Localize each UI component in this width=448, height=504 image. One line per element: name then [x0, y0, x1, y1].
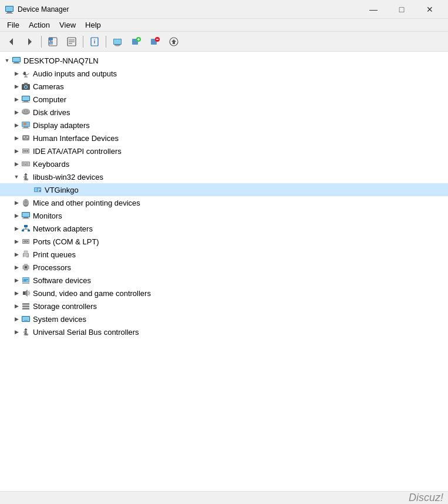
tree-item-disk[interactable]: ▶ Disk drives [0, 106, 448, 119]
tree-item-processors[interactable]: ▶ Processors [0, 261, 448, 274]
svg-rect-113 [25, 266, 27, 268]
svg-rect-94 [28, 230, 30, 231]
storage-expander[interactable]: ▶ [12, 301, 21, 311]
minimize-button[interactable]: — [360, 1, 387, 18]
tree-item-display[interactable]: ▶ Display adapters [0, 119, 448, 132]
tree-item-cameras[interactable]: ▶ Cameras [0, 80, 448, 93]
keyboards-expander[interactable]: ▶ [12, 159, 21, 169]
print-expander[interactable]: ▶ [12, 250, 21, 259]
usb-controllers-label: Universal Serial Bus controllers [33, 328, 139, 337]
ports-label: Ports (COM & LPT) [33, 237, 99, 246]
libusb-expander[interactable]: ▼ [12, 172, 21, 182]
computer-icon [12, 56, 21, 65]
menu-file[interactable]: File [2, 19, 24, 31]
svg-rect-6 [49, 38, 53, 41]
tree-view-button[interactable] [44, 33, 62, 50]
toolbar: i [0, 32, 448, 52]
forward-button[interactable] [21, 33, 39, 50]
sound-label: Sound, video and game controllers [33, 289, 151, 298]
display-expander[interactable]: ▶ [12, 120, 21, 130]
back-button[interactable] [2, 33, 20, 50]
svg-rect-57 [25, 139, 27, 139]
tree-item-print[interactable]: ▶ Print queues [0, 248, 448, 261]
svg-rect-19 [116, 45, 119, 46]
window-controls: — □ ✕ [360, 1, 443, 18]
cameras-expander[interactable]: ▶ [12, 82, 21, 91]
svg-rect-93 [22, 230, 24, 231]
camera-icon [21, 82, 31, 91]
software-expander[interactable]: ▶ [12, 275, 21, 285]
maximize-button[interactable]: □ [388, 1, 415, 18]
svg-marker-142 [24, 328, 28, 330]
tree-root[interactable]: ▼ DESKTOP-NNAQ7LN [0, 54, 448, 67]
tree-item-storage[interactable]: ▶ Storage controllers [0, 300, 448, 313]
print-label: Print queues [33, 250, 76, 259]
properties-button[interactable]: i [86, 33, 103, 50]
details-button[interactable] [63, 33, 80, 50]
system-icon [21, 314, 31, 324]
menu-help[interactable]: Help [80, 19, 106, 31]
svg-rect-82 [38, 190, 39, 191]
remove-device-button[interactable] [146, 33, 164, 50]
svg-rect-52 [22, 128, 29, 129]
monitors-expander[interactable]: ▶ [12, 211, 21, 220]
usb2-icon [21, 327, 31, 337]
svg-point-136 [28, 306, 29, 307]
ide-icon [21, 146, 31, 156]
tree-item-keyboards[interactable]: ▶ Keyboards [0, 157, 448, 170]
usb-controllers-expander[interactable]: ▶ [12, 327, 21, 337]
svg-rect-2 [6, 13, 13, 14]
network-label: Network adapters [33, 224, 93, 233]
tree-item-mice[interactable]: ▶ Mice and other pointing devices [0, 196, 448, 209]
menu-bar: File Action View Help [0, 19, 448, 32]
disk-expander[interactable]: ▶ [12, 107, 21, 117]
watermark: Discuz! [409, 492, 443, 504]
menu-action[interactable]: Action [24, 19, 55, 31]
tree-item-system[interactable]: ▶ System devices [0, 313, 448, 325]
sound-expander[interactable]: ▶ [12, 288, 21, 298]
svg-rect-91 [22, 219, 29, 219]
title-bar-left: Device Manager [5, 5, 69, 14]
svg-point-135 [28, 304, 29, 305]
tree-item-usb-controllers[interactable]: ▶ Universal Serial Bus controllers [0, 325, 448, 338]
tree-item-libusb[interactable]: ▼ libusb-win32 devices [0, 170, 448, 183]
tree-item-vtginkgo[interactable]: ▶ VTGinkgo [0, 183, 448, 196]
ports-expander[interactable]: ▶ [12, 237, 21, 246]
tree-item-audio[interactable]: ▶ Audio inputs and outputs [0, 67, 448, 80]
hid-expander[interactable]: ▶ [12, 133, 21, 143]
tree-item-computer[interactable]: ▶ Computer [0, 93, 448, 106]
root-label: DESKTOP-NNAQ7LN [23, 56, 99, 65]
add-device-button[interactable] [127, 33, 145, 50]
tree-item-hid[interactable]: ▶ Human Interface Devices [0, 132, 448, 145]
network-expander[interactable]: ▶ [12, 224, 21, 233]
scan-button[interactable] [109, 33, 126, 50]
close-button[interactable]: ✕ [416, 1, 443, 18]
vtginkgo-icon [33, 185, 42, 194]
tree-item-sound[interactable]: ▶ Sound, video and game controllers [0, 287, 448, 300]
audio-expander[interactable]: ▶ [12, 69, 21, 78]
tree-item-software[interactable]: ▶ Software devices [0, 274, 448, 287]
system-expander[interactable]: ▶ [12, 314, 21, 324]
audio-label: Audio inputs and outputs [33, 69, 117, 78]
svg-point-137 [28, 308, 29, 310]
svg-rect-68 [28, 163, 29, 164]
svg-rect-51 [23, 127, 28, 128]
tree-item-ports[interactable]: ▶ Ports (COM & LPT) [0, 235, 448, 248]
computer-icon2 [21, 95, 31, 104]
update-driver-button[interactable] [165, 33, 183, 50]
tree-item-monitors[interactable]: ▶ Monitors [0, 209, 448, 222]
tree-item-ide[interactable]: ▶ IDE ATA/ATAPI controllers [0, 145, 448, 157]
ide-expander[interactable]: ▶ [12, 146, 21, 156]
tree-item-network[interactable]: ▶ Network adapters [0, 222, 448, 235]
svg-marker-4 [9, 38, 13, 45]
svg-rect-61 [25, 150, 26, 152]
ide-label: IDE ATA/ATAPI controllers [33, 147, 122, 156]
svg-rect-65 [23, 163, 24, 164]
svg-rect-66 [25, 163, 26, 164]
root-expander[interactable]: ▼ [2, 56, 12, 65]
computer-expander[interactable]: ▶ [12, 95, 21, 104]
mice-expander[interactable]: ▶ [12, 198, 21, 207]
menu-view[interactable]: View [55, 19, 80, 31]
svg-rect-54 [22, 135, 29, 140]
processors-expander[interactable]: ▶ [12, 263, 21, 272]
